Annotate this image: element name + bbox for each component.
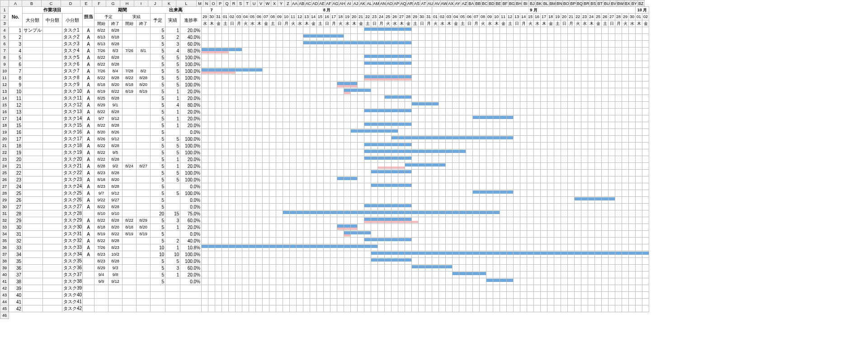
cell[interactable] (108, 292, 123, 299)
gantt-cell[interactable] (385, 217, 392, 224)
gantt-cell[interactable] (371, 299, 378, 305)
gantt-cell[interactable] (629, 224, 636, 231)
gantt-cell[interactable] (351, 102, 358, 109)
gantt-cell[interactable] (256, 88, 263, 95)
gantt-cell[interactable] (222, 48, 229, 54)
cell[interactable]: 8/28 (108, 41, 123, 48)
gantt-cell[interactable] (568, 81, 575, 88)
task-row[interactable]: 21タスク21A8/289/28/248/275120.0% (9, 163, 649, 170)
gantt-cell[interactable] (541, 88, 547, 95)
gantt-cell[interactable] (405, 183, 412, 190)
gantt-cell[interactable] (425, 129, 432, 136)
gantt-cell[interactable] (310, 210, 317, 217)
gantt-cell[interactable] (554, 143, 561, 149)
cell[interactable]: 5 (151, 143, 165, 149)
gantt-cell[interactable] (636, 143, 642, 149)
gantt-cell[interactable] (432, 305, 439, 312)
gantt-cell[interactable] (500, 176, 507, 183)
gantt-cell[interactable] (290, 136, 297, 143)
gantt-cell[interactable] (419, 278, 425, 285)
cell[interactable]: タスク2 (62, 34, 83, 41)
gantt-cell[interactable] (473, 210, 480, 217)
gantt-cell[interactable] (527, 217, 534, 224)
gantt-cell[interactable] (324, 48, 330, 54)
gantt-cell[interactable] (432, 210, 439, 217)
gantt-cell[interactable] (412, 210, 419, 217)
gantt-cell[interactable] (378, 299, 385, 305)
gantt-cell[interactable] (425, 272, 432, 278)
cell[interactable] (180, 305, 202, 312)
gantt-cell[interactable] (561, 95, 568, 102)
cell[interactable]: 9/9 (94, 278, 108, 285)
gantt-cell[interactable] (520, 244, 527, 251)
gantt-cell[interactable] (439, 183, 446, 190)
gantt-cell[interactable] (263, 149, 269, 156)
gantt-cell[interactable] (392, 136, 398, 143)
gantt-cell[interactable] (364, 95, 371, 102)
gantt-cell[interactable] (595, 204, 602, 210)
gantt-cell[interactable] (215, 305, 222, 312)
gantt-cell[interactable] (364, 143, 371, 149)
cell[interactable]: 0.0% (180, 197, 202, 204)
gantt-cell[interactable] (290, 183, 297, 190)
gantt-cell[interactable] (290, 102, 297, 109)
gantt-cell[interactable] (642, 156, 649, 163)
gantt-cell[interactable] (466, 278, 473, 285)
gantt-cell[interactable] (236, 129, 242, 136)
gantt-cell[interactable] (453, 88, 459, 95)
gantt-cell[interactable] (425, 183, 432, 190)
gantt-cell[interactable] (446, 163, 453, 170)
cell[interactable]: 8/22 (123, 75, 137, 81)
cell[interactable] (137, 102, 151, 109)
gantt-cell[interactable] (222, 61, 229, 68)
gantt-cell[interactable] (398, 224, 405, 231)
cell[interactable] (123, 176, 137, 183)
gantt-cell[interactable] (256, 278, 263, 285)
gantt-cell[interactable] (459, 41, 466, 48)
gantt-cell[interactable] (324, 102, 330, 109)
gantt-cell[interactable] (398, 183, 405, 190)
gantt-cell[interactable] (283, 299, 290, 305)
gantt-cell[interactable] (371, 54, 378, 61)
cell[interactable]: 9/7 (94, 115, 108, 122)
gantt-cell[interactable] (249, 238, 256, 244)
gantt-cell[interactable] (405, 258, 412, 265)
cell[interactable]: タスク35 (62, 258, 83, 265)
gantt-cell[interactable] (303, 285, 310, 292)
cell[interactable]: 9/12 (108, 190, 123, 197)
gantt-cell[interactable] (364, 197, 371, 204)
gantt-cell[interactable] (405, 278, 412, 285)
gantt-cell[interactable] (398, 75, 405, 81)
cell[interactable]: 8/10 (94, 210, 108, 217)
gantt-cell[interactable] (236, 102, 242, 109)
gantt-cell[interactable] (547, 258, 554, 265)
gantt-cell[interactable] (554, 54, 561, 61)
gantt-cell[interactable] (256, 75, 263, 81)
task-row[interactable]: 28タスク288/109/10201575.0% (9, 210, 649, 217)
gantt-cell[interactable] (249, 305, 256, 312)
gantt-cell[interactable] (392, 88, 398, 95)
cell[interactable] (123, 190, 137, 197)
gantt-cell[interactable] (541, 170, 547, 176)
gantt-cell[interactable] (561, 143, 568, 149)
gantt-cell[interactable] (493, 251, 500, 258)
gantt-cell[interactable] (290, 115, 297, 122)
gantt-cell[interactable] (283, 204, 290, 210)
gantt-cell[interactable] (208, 190, 215, 197)
cell[interactable] (137, 109, 151, 115)
gantt-cell[interactable] (330, 278, 337, 285)
gantt-cell[interactable] (534, 143, 541, 149)
gantt-cell[interactable] (588, 258, 595, 265)
gantt-cell[interactable] (575, 61, 581, 68)
gantt-cell[interactable] (554, 258, 561, 265)
cell[interactable]: 8/20 (137, 81, 151, 88)
gantt-cell[interactable] (398, 115, 405, 122)
gantt-cell[interactable] (405, 136, 412, 143)
gantt-cell[interactable] (554, 149, 561, 156)
gantt-cell[interactable] (609, 272, 615, 278)
gantt-cell[interactable] (392, 285, 398, 292)
gantt-cell[interactable] (337, 204, 344, 210)
gantt-cell[interactable] (642, 183, 649, 190)
gantt-cell[interactable] (378, 190, 385, 197)
gantt-cell[interactable] (256, 292, 263, 299)
